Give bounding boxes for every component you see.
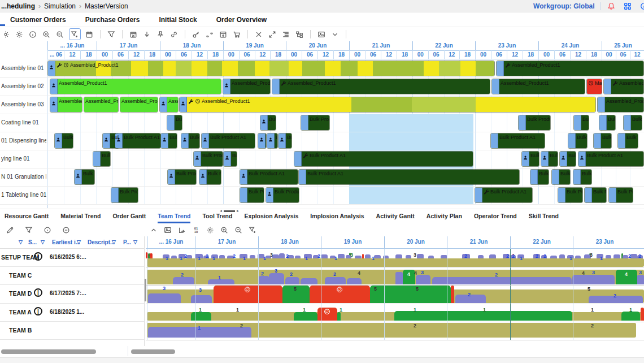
gantt-bar[interactable]: Bulk Product A1: [115, 133, 161, 149]
breadcrumb-segment[interactable]: MasterVersion: [85, 2, 128, 10]
gantt-bar[interactable]: Bulk Product A1: [599, 115, 616, 131]
pin-icon[interactable]: [156, 29, 166, 39]
gantt-bar[interactable]: Bulk Product A1: [573, 115, 589, 131]
gantt-bar[interactable]: Bulk Product A1: [54, 133, 73, 149]
gantt-bar[interactable]: Bulk Product A1: [608, 187, 633, 203]
zoom-in-icon[interactable]: [42, 29, 51, 39]
load-block[interactable]: [365, 254, 371, 258]
arrow-down-icon[interactable]: [142, 29, 152, 39]
load-block[interactable]: [575, 256, 581, 258]
load-block[interactable]: [637, 275, 644, 284]
gantt-bar[interactable]: Assembled_Product1: [120, 97, 158, 113]
load-block[interactable]: [417, 254, 424, 258]
team-row[interactable]: TEAM A|6/18/2025 1...: [0, 304, 144, 322]
zoom-out-icon[interactable]: [234, 225, 243, 235]
tab-resource-gantt[interactable]: Resource Gantt: [5, 210, 49, 223]
binary-icon[interactable]: 0110: [192, 225, 201, 235]
pencil-icon[interactable]: [6, 225, 15, 235]
load-block[interactable]: [338, 254, 345, 258]
ok-block[interactable]: [294, 312, 317, 321]
tab-order-overview[interactable]: Order Overview: [216, 16, 267, 24]
ok-block[interactable]: [370, 286, 451, 303]
gantt-bar[interactable]: Bulk Product A1: [573, 169, 592, 185]
key-icon[interactable]: [192, 29, 201, 39]
load-block[interactable]: [191, 295, 212, 303]
gantt-bar[interactable]: Bulk Product A1: [278, 133, 292, 149]
load-block[interactable]: [613, 254, 620, 258]
gantt-bar[interactable]: Bulk Product A1: [617, 133, 638, 149]
load-block[interactable]: [171, 256, 177, 258]
gantt-bar[interactable]: Bulk Product A1: [260, 115, 276, 131]
table-hscroll-thumb[interactable]: [1, 349, 96, 354]
load-block[interactable]: [489, 254, 496, 258]
load-block[interactable]: [259, 276, 269, 284]
gantt-bar[interactable]: Bulk Product A1: [521, 151, 539, 167]
filter-icon[interactable]: ▽: [133, 239, 137, 245]
filter-icon[interactable]: ▽: [19, 239, 23, 245]
load-block[interactable]: [395, 254, 402, 258]
gantt-bar[interactable]: Bulk Product A1: [475, 187, 533, 203]
paint-filter-icon[interactable]: [248, 225, 258, 235]
load-block[interactable]: [301, 278, 317, 284]
ok-block[interactable]: [337, 312, 341, 321]
notifications-bell-icon[interactable]: [606, 2, 616, 11]
gantt-bar[interactable]: Bulk Product A1: [201, 133, 255, 149]
gantt-bar[interactable]: Assembled_Product1: [50, 79, 221, 94]
load-block[interactable]: [432, 277, 572, 284]
close-icon[interactable]: [254, 29, 264, 39]
gear-cut-icon[interactable]: [1, 29, 11, 39]
funnel-icon[interactable]: [107, 29, 116, 39]
team-row[interactable]: TEAM B: [0, 322, 144, 340]
gantt-bar[interactable]: Bulk Product A1: [258, 133, 267, 149]
team-row[interactable]: SETUP TEAM|6/16/2025 6:...: [0, 249, 144, 267]
gantt-bar[interactable]: Bulk Product A1: [551, 169, 571, 185]
gantt-bar[interactable]: Bulk Product A1: [267, 133, 278, 149]
overload-block[interactable]: ∅: [310, 286, 370, 303]
calendar-icon[interactable]: [85, 29, 94, 39]
calendar-remove-icon[interactable]: [129, 29, 138, 39]
gantt-bar[interactable]: Assembled_Product1: [50, 97, 82, 113]
resource-label[interactable]: Assembly line 03: [1, 101, 46, 107]
gantt-bar[interactable]: Assembled_Product1: [84, 97, 119, 113]
load-block[interactable]: [173, 277, 194, 284]
gantt-bar[interactable]: Assembled_Product1: [491, 79, 585, 94]
zoom-in-icon[interactable]: [220, 225, 229, 235]
column-header[interactable]: Descript...: [88, 239, 115, 245]
tab-initial-stock[interactable]: Initial Stock: [159, 16, 197, 24]
load-block[interactable]: [606, 255, 611, 258]
resource-label[interactable]: Assembly line 01: [1, 65, 46, 71]
gantt-bar[interactable]: Bulk Product A1: [518, 115, 551, 131]
overload-block[interactable]: [362, 254, 364, 258]
gantt-bar[interactable]: Bulk Product A1: [593, 133, 612, 149]
gantt-bar[interactable]: Bulk Product A1: [240, 169, 298, 185]
overload-block[interactable]: ∅: [214, 286, 282, 303]
scroll-right-icon[interactable]: ►: [236, 210, 240, 213]
resource-label[interactable]: Assembly line 02: [1, 83, 46, 89]
gear-icon[interactable]: [206, 225, 215, 235]
load-block[interactable]: [269, 273, 284, 284]
load-block[interactable]: [572, 275, 615, 284]
gantt-bar[interactable]: Assembled_Product1: [159, 97, 179, 113]
chevron-down-icon[interactable]: [330, 29, 340, 39]
gantt-bar[interactable]: Bulk Product A1: [93, 151, 111, 167]
load-block[interactable]: [250, 255, 255, 258]
gantt-bar[interactable]: Bulk Product A1: [240, 187, 264, 203]
gantt-bar[interactable]: Bulk Product A1: [74, 169, 95, 185]
resource-label[interactable]: N 01 Granulation line 01: [1, 174, 46, 180]
ok-block[interactable]: [191, 312, 211, 321]
filter-icon[interactable]: ▽: [41, 239, 45, 245]
gantt-bar[interactable]: Assembled_Product1: [597, 97, 644, 113]
gantt-bar[interactable]: Bulk Product A1: [558, 187, 583, 203]
paint-filter-icon[interactable]: [69, 28, 81, 40]
ok-block[interactable]: [621, 312, 640, 321]
filter-icon[interactable]: ▽: [112, 239, 116, 245]
export-icon[interactable]: [177, 225, 187, 235]
gantt-bar[interactable]: Bulk Product A1: [584, 187, 607, 203]
load-block[interactable]: [374, 255, 381, 258]
gantt-bar[interactable]: Assembled_Product1: [47, 60, 495, 76]
load-block[interactable]: [295, 256, 301, 258]
filter-icon[interactable]: ▽: [77, 239, 81, 245]
expand-icon[interactable]: [268, 29, 277, 39]
tab-order-gantt[interactable]: Order Gantt: [112, 210, 146, 223]
team-row[interactable]: TEAM C: [0, 267, 144, 285]
